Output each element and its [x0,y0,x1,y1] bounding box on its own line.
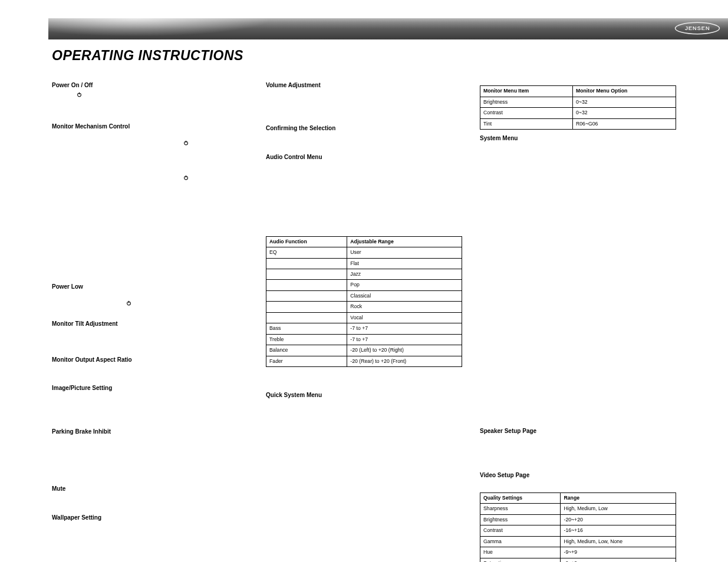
table-row: Treble-7 to +7 [266,334,462,345]
table-cell: Balance [266,345,347,356]
table-cell: Classical [347,290,462,301]
th: Adjustable Range [347,236,462,247]
h-quickmenu: Quick System Menu [266,391,462,399]
table-cell: Brightness [480,514,561,525]
table-cell: High, Medium, Low, None [561,536,676,547]
p-sm-tv-note: NOTE: If there is only one ratio option … [480,270,676,277]
table-row: Flat [266,258,462,269]
p-power-2: You may also press any other button on t… [52,111,248,118]
table-cell: Bass [266,323,347,334]
table-cell: Gamma [480,536,561,547]
li-wp1: 1. Copy the image to a USB or SD card. [52,553,248,560]
p-confirm: Press the rotary encoder (1) on the main… [266,134,462,148]
h-systemmenu: System Menu [480,134,676,142]
table-video: Quality Settings Range SharpnessHigh, Me… [480,492,676,562]
power-icon [183,175,189,182]
table-cell: Brightness [480,97,573,107]
table-cell: High, Medium, Low [561,504,676,514]
p-sm-angle: Angle Mark: If the disc supports multipl… [480,281,676,296]
brand-logo: JENSEN [674,22,721,35]
table-cell: Jazz [347,269,462,280]
table-cell: -16~+16 [561,525,676,536]
table-cell [266,302,347,312]
p-sm-load: Load Wallpaper: Load custom wallpaper ba… [480,408,676,423]
table-cell: Sharpness [480,504,561,514]
table-cell: EQ [266,247,347,258]
table-picture: Monitor Menu Item Monitor Menu Option Br… [480,85,676,130]
h-volume: Volume Adjustment [266,81,462,89]
table-cell: -20~+20 [561,514,676,525]
p-sm-ss: Screen Saver: If Screen Saver is ON, a m… [480,330,676,345]
table-cell: -9~+9 [561,558,676,562]
table-video-wrap: Quality Settings Range SharpnessHigh, Me… [480,492,676,562]
table-cell: R06~G06 [572,118,676,129]
table-cell: Vocal [347,312,462,323]
table-row: Contrast-16~+16 [480,525,676,536]
p-sm-tv: TV Display: [480,203,676,210]
header-banner: JENSEN [48,18,728,39]
table-row: Brightness0~32 [480,97,676,107]
p-mute: Press the main unit or remote control MU… [52,495,248,510]
table-cell: 0~32 [572,97,676,107]
table-row: GammaHigh, Medium, Low, None [480,536,676,547]
p-park: When the pink "Parking" wire is connecte… [52,437,248,481]
h-confirm: Confirming the Selection [266,124,462,132]
table-row: Classical [266,290,462,301]
table-cell [266,290,347,301]
li-sp2: Stereo: The sound is in stereo. [480,459,676,467]
table-picture-caption: Table 1: Picture Menu [480,77,676,84]
p-wallpaper: The unit supports a customizable wallpap… [52,523,248,538]
svg-rect-3 [79,92,80,95]
p-mon-close: Closing the TFT Monitor Press the OPEN b… [52,166,248,189]
p-wallpaper2: To load a wallpaper, perform the followi… [52,542,248,549]
table-cell: Flat [347,258,462,269]
table-cell [266,258,347,269]
h-output: Monitor Output Aspect Ratio [52,356,248,363]
p-quickmenu-note: NOTE: Adjustments to the Picture menu wi… [266,462,462,477]
p-video: Select a feature in the Quality sub-menu… [480,481,676,488]
table-cell: -20 (Left) to +20 (Right) [347,345,462,356]
li-tv1: Normal/PS: When a standard image is disp… [480,214,676,229]
p-sm-rds: RDS: Turn RDS on/off. [480,367,676,374]
p-sm-gen: General Setup Page [480,191,676,199]
table-cell [266,269,347,280]
table-cell: Treble [266,334,347,345]
p-sm-cap: Captions: Turn captions on/off. [480,318,676,325]
table-cell: User [347,247,462,258]
h-speaker: Speaker Setup Page [480,427,676,435]
th: Monitor Menu Item [480,86,573,97]
table-row: Vocal [266,312,462,323]
table-audio: Audio Function Adjustable Range EQUserFl… [266,236,462,368]
page-title: OPERATING INSTRUCTIONS [52,48,676,64]
table-row: Saturation-9~+9 [480,558,676,562]
power-icon [183,140,189,147]
li-tv2: Normal/LB: When a standard image is disp… [480,233,676,247]
h-mute: Mute [52,485,248,492]
table-row: EQUser [266,247,462,258]
p-audio: The Audio Control feature allows you to … [266,163,462,191]
svg-rect-5 [186,141,186,143]
table-cell: -9~+9 [561,547,676,558]
li-auto-on: Auto: The monitor automatically moves in… [52,219,248,241]
table-row: Fader-20 (Rear) to +20 (Front) [266,356,462,366]
table-cell: 0~32 [572,108,676,118]
th: Audio Function [266,236,347,247]
p-mon-open: Opening the TFT Monitor Press the OPEN b… [52,132,248,162]
table-cell: Fader [266,356,347,366]
p-speaker-t: Downmix Adjustment [480,437,676,444]
power-icon [77,92,82,99]
p-quickmenu: The Quick System Menu allows quick acces… [266,401,462,458]
p-output: Press the DISP/WIDE button (2) on the re… [52,365,248,380]
p-tilt: The "In" and "Out" screen tilt can be ad… [52,329,248,351]
power-icon [126,300,131,308]
h-power-low: Power Low [52,283,248,290]
h-wallpaper: Wallpaper Setting [52,514,248,521]
p-sm-wall: Wallpaper: Choose from 6 wallpaper backg… [480,389,676,404]
table-cell: Pop [347,280,462,290]
th: Quality Settings [480,492,561,503]
table-row: TintR06~G06 [480,118,676,129]
p-sm-ta: RDS TA Vol: Set the RDS TA volume (0-40)… [480,378,676,385]
h-image: Image/Picture Setting [52,384,248,392]
table-row: Contrast0~32 [480,108,676,118]
table-row: Hue-9~+9 [480,547,676,558]
